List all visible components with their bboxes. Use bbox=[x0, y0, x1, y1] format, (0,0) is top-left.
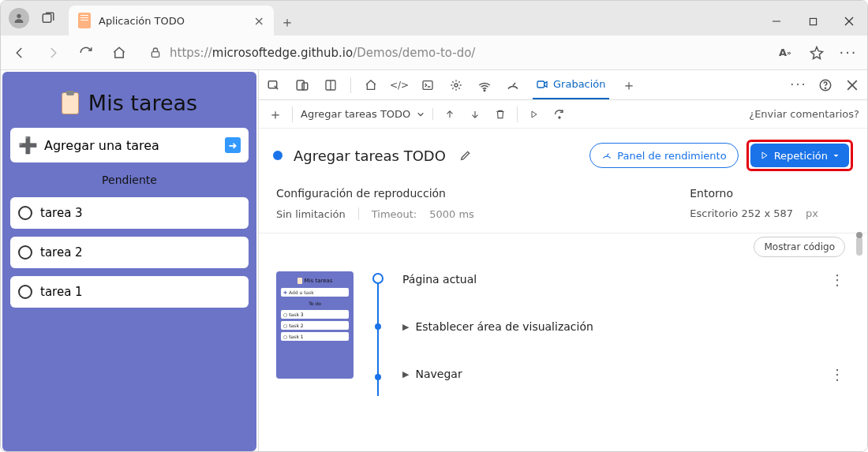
site-info-icon[interactable] bbox=[149, 47, 162, 59]
window-maximize-button[interactable] bbox=[795, 7, 831, 35]
tab-favicon-icon bbox=[78, 13, 91, 28]
recording-header: Agregar tareas TODO Panel de rendimiento… bbox=[259, 129, 867, 182]
task-label: tarea 2 bbox=[40, 245, 83, 260]
performance-panel-button[interactable]: Panel de rendimiento bbox=[589, 143, 738, 168]
url-field[interactable]: https://microsoftedge.github.io/Demos/de… bbox=[140, 40, 765, 65]
svg-rect-3 bbox=[810, 18, 816, 24]
tab-close-icon[interactable]: × bbox=[254, 13, 264, 28]
elements-tab-icon[interactable]: </> bbox=[391, 77, 408, 94]
window-minimize-button[interactable] bbox=[758, 7, 795, 35]
task-item[interactable]: tarea 1 bbox=[10, 276, 249, 308]
devtools-panel: </> Grabación ＋ ··· ＋ Agregar tareas TOD… bbox=[258, 70, 867, 452]
dock-icon[interactable] bbox=[322, 77, 339, 94]
window-close-button[interactable] bbox=[831, 7, 867, 35]
profile-icon[interactable] bbox=[9, 8, 29, 28]
step-label: Página actual bbox=[402, 273, 477, 286]
svg-rect-16 bbox=[537, 81, 544, 88]
svg-point-14 bbox=[455, 84, 458, 87]
add-task-input[interactable]: ➕ Agregar una tarea ➜ bbox=[10, 128, 249, 162]
recording-status-icon bbox=[273, 151, 282, 160]
step-label: Navegar bbox=[415, 368, 462, 380]
timeline-node-icon bbox=[375, 374, 381, 380]
scrollbar-thumb[interactable] bbox=[856, 237, 862, 256]
timeout-label: Timeout: bbox=[372, 208, 417, 220]
performance-tab-icon[interactable] bbox=[504, 77, 522, 94]
task-checkbox-icon[interactable] bbox=[18, 206, 32, 220]
recording-dropdown[interactable]: Agregar tareas TODO bbox=[301, 108, 433, 120]
expand-icon[interactable]: ▶ bbox=[402, 322, 409, 332]
browser-menu-icon[interactable]: ··· bbox=[836, 40, 861, 65]
devtools-menu-icon[interactable]: ··· bbox=[790, 77, 807, 94]
device-toggle-icon[interactable] bbox=[294, 77, 311, 94]
more-tabs-icon[interactable]: ＋ bbox=[620, 77, 638, 94]
import-icon[interactable] bbox=[466, 106, 484, 123]
home-button[interactable] bbox=[107, 40, 132, 65]
task-checkbox-icon[interactable] bbox=[18, 285, 32, 299]
devtools-tabstrip: </> Grabación ＋ ··· bbox=[259, 70, 867, 100]
timeline-node-icon bbox=[375, 323, 381, 330]
recorder-toolbar: ＋ Agregar tareas TODO ¿Enviar comentario… bbox=[259, 100, 867, 129]
recorder-tab[interactable]: Grabación bbox=[533, 70, 609, 99]
favorite-icon[interactable] bbox=[804, 40, 829, 65]
new-recording-icon[interactable]: ＋ bbox=[267, 106, 284, 123]
svg-rect-6 bbox=[152, 51, 159, 57]
submit-arrow-icon[interactable]: ➜ bbox=[225, 137, 241, 153]
recorder-tab-label: Grabación bbox=[553, 78, 606, 90]
task-item[interactable]: tarea 3 bbox=[10, 197, 249, 229]
step-navigate[interactable]: ▶ Navegar ⋮ bbox=[402, 368, 850, 380]
task-item[interactable]: tarea 2 bbox=[10, 237, 249, 268]
timeline-node-icon bbox=[372, 273, 383, 284]
edit-title-icon[interactable] bbox=[457, 147, 474, 164]
step-play-icon[interactable] bbox=[526, 106, 543, 123]
back-button[interactable] bbox=[7, 40, 32, 65]
clipboard-icon bbox=[62, 92, 79, 114]
svg-point-21 bbox=[559, 117, 560, 118]
svg-rect-9 bbox=[302, 83, 308, 90]
read-aloud-icon[interactable]: A» bbox=[773, 40, 798, 65]
replay-button[interactable]: Repetición bbox=[750, 144, 849, 167]
app-title: Mis tareas bbox=[10, 80, 249, 120]
address-bar: https://microsoftedge.github.io/Demos/de… bbox=[1, 35, 867, 70]
sources-tab-icon[interactable] bbox=[447, 77, 465, 94]
throttle-value[interactable]: Sin limitación bbox=[276, 208, 346, 220]
task-label: tarea 1 bbox=[40, 285, 83, 299]
network-tab-icon[interactable] bbox=[476, 77, 493, 94]
step-over-icon[interactable] bbox=[551, 106, 568, 123]
timeout-value[interactable]: 5000 ms bbox=[429, 208, 474, 220]
refresh-button[interactable] bbox=[73, 40, 99, 65]
export-icon[interactable] bbox=[441, 106, 458, 123]
tab-title: Aplicación TODO bbox=[99, 15, 246, 27]
replay-button-highlight: Repetición bbox=[746, 140, 853, 171]
recording-title: Agregar tareas TODO bbox=[294, 148, 446, 164]
timeline-line bbox=[372, 271, 383, 380]
welcome-tab-icon[interactable] bbox=[362, 77, 380, 94]
add-task-placeholder: Agregar una tarea bbox=[44, 138, 159, 153]
step-label: Establecer área de visualización bbox=[415, 320, 593, 333]
expand-icon[interactable]: ▶ bbox=[402, 369, 409, 379]
replay-settings-header: Configuración de reproducción bbox=[276, 187, 474, 200]
replay-settings: Configuración de reproducción Sin limita… bbox=[259, 182, 867, 233]
feedback-link[interactable]: ¿Enviar comentarios? bbox=[749, 108, 859, 120]
todo-app: Mis tareas ➕ Agregar una tarea ➜ Pendien… bbox=[2, 72, 256, 451]
svg-rect-1 bbox=[43, 14, 51, 23]
new-tab-button[interactable]: ＋ bbox=[274, 9, 301, 35]
environment-unit: px bbox=[806, 207, 818, 219]
delete-icon[interactable] bbox=[492, 106, 509, 123]
task-checkbox-icon[interactable] bbox=[18, 245, 32, 260]
step-set-viewport[interactable]: ▶ Establecer área de visualización bbox=[402, 320, 850, 333]
tab-actions-icon[interactable] bbox=[40, 10, 56, 26]
svg-point-0 bbox=[17, 14, 21, 18]
step-menu-icon[interactable]: ⋮ bbox=[830, 271, 844, 288]
step-current-page[interactable]: Página actual ⋮ bbox=[402, 273, 850, 286]
help-icon[interactable] bbox=[817, 77, 834, 94]
inspect-icon[interactable] bbox=[265, 77, 282, 94]
task-label: tarea 3 bbox=[40, 206, 83, 220]
devtools-close-icon[interactable] bbox=[844, 77, 861, 94]
step-menu-icon[interactable]: ⋮ bbox=[830, 366, 844, 383]
show-code-button[interactable]: Mostrar código bbox=[754, 237, 845, 257]
svg-point-18 bbox=[825, 88, 825, 88]
url-text: https://microsoftedge.github.io/Demos/de… bbox=[170, 46, 475, 60]
browser-tab[interactable]: Aplicación TODO × bbox=[69, 6, 274, 35]
console-tab-icon[interactable] bbox=[419, 77, 436, 94]
screenshot-thumbnail[interactable]: Mis tareas ✚ Add a task To do ○ task 3 ○… bbox=[276, 271, 354, 379]
